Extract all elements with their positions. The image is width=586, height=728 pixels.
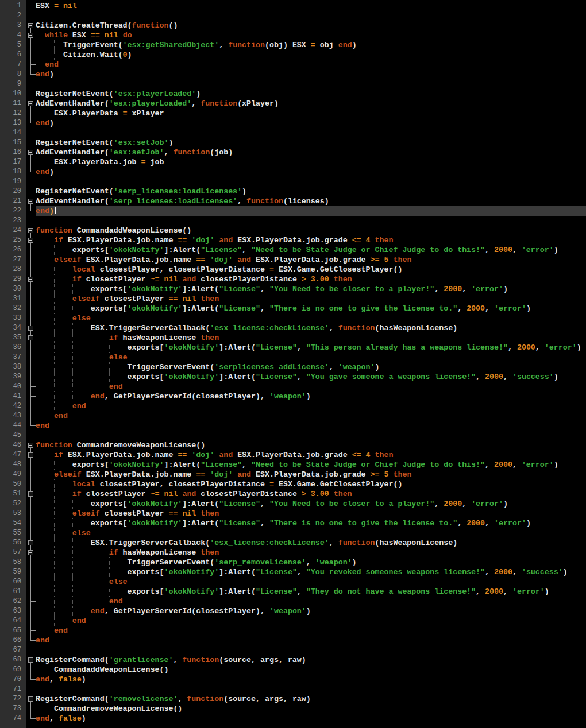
- fold-collapse-icon[interactable]: [28, 550, 33, 555]
- code-text[interactable]: if hasWeaponLicense then: [36, 548, 586, 557]
- line-number[interactable]: 40: [0, 382, 26, 392]
- code-text[interactable]: while ESX == nil do: [36, 30, 586, 40]
- code-line[interactable]: 6 Citizen.Wait(0): [0, 50, 586, 60]
- code-line[interactable]: 40 end: [0, 382, 586, 392]
- code-line[interactable]: 26 exports['okokNotify']:Alert("License"…: [0, 245, 586, 255]
- code-line[interactable]: 49 elseif ESX.PlayerData.job.name == 'do…: [0, 470, 586, 479]
- code-line[interactable]: 48 exports['okokNotify']:Alert("License"…: [0, 460, 586, 470]
- line-number[interactable]: 25: [0, 235, 26, 245]
- code-line[interactable]: 12 ESX.PlayerData = xPlayer: [0, 109, 586, 118]
- line-number[interactable]: 41: [0, 392, 26, 401]
- code-text[interactable]: [36, 128, 586, 138]
- line-number[interactable]: 34: [0, 323, 26, 333]
- line-number[interactable]: 65: [0, 626, 26, 636]
- code-line[interactable]: 65 end: [0, 626, 586, 636]
- code-text[interactable]: end: [36, 626, 586, 636]
- line-number[interactable]: 39: [0, 372, 26, 382]
- code-line[interactable]: 23: [0, 216, 586, 226]
- line-number[interactable]: 45: [0, 431, 26, 440]
- code-text[interactable]: elseif ESX.PlayerData.job.name == 'doj' …: [36, 470, 586, 479]
- code-line[interactable]: 60 else: [0, 577, 586, 587]
- code-line[interactable]: 5 TriggerEvent('esx:getSharedObject', fu…: [0, 40, 586, 50]
- code-text[interactable]: Citizen.CreateThread(function(): [36, 21, 586, 30]
- code-text[interactable]: [36, 177, 586, 187]
- code-line[interactable]: 63 end, GetPlayerServerId(closestPlayer)…: [0, 606, 586, 616]
- line-number[interactable]: 7: [0, 60, 26, 69]
- code-line[interactable]: 14: [0, 128, 586, 138]
- code-text[interactable]: RegisterNetEvent('serp_licenses:loadLice…: [36, 187, 586, 196]
- code-text[interactable]: end): [36, 69, 586, 79]
- line-number[interactable]: 17: [0, 157, 26, 167]
- code-line[interactable]: 35 if hasWeaponLicense then: [0, 333, 586, 343]
- code-line[interactable]: 45: [0, 431, 586, 440]
- line-number[interactable]: 59: [0, 567, 26, 577]
- code-text[interactable]: local closestPlayer, closestPlayerDistan…: [36, 479, 586, 489]
- line-number[interactable]: 62: [0, 597, 26, 606]
- line-number[interactable]: 2: [0, 11, 26, 21]
- code-line[interactable]: 66end: [0, 636, 586, 645]
- line-number[interactable]: 24: [0, 226, 26, 235]
- line-number[interactable]: 13: [0, 118, 26, 128]
- code-text[interactable]: exports['okokNotify']:Alert("License", "…: [36, 304, 586, 313]
- code-line[interactable]: 47 if ESX.PlayerData.job.name == 'doj' a…: [0, 450, 586, 460]
- line-number[interactable]: 57: [0, 548, 26, 557]
- code-line[interactable]: 28 local closestPlayer, closestPlayerDis…: [0, 265, 586, 274]
- code-line[interactable]: 1ESX = nil: [0, 1, 586, 11]
- code-line[interactable]: 36 exports['okokNotify']:Alert("License"…: [0, 343, 586, 353]
- line-number[interactable]: 64: [0, 616, 26, 626]
- line-number[interactable]: 35: [0, 333, 26, 343]
- line-number[interactable]: 38: [0, 362, 26, 372]
- code-text-current-line[interactable]: end): [36, 206, 586, 216]
- line-number[interactable]: 6: [0, 50, 26, 60]
- code-text[interactable]: else: [36, 313, 586, 323]
- code-text[interactable]: elseif closestPlayer == nil then: [36, 294, 586, 304]
- code-line[interactable]: 62 end: [0, 597, 586, 606]
- line-number[interactable]: 26: [0, 245, 26, 255]
- code-line[interactable]: 73 CommandremoveWeaponLicense(): [0, 704, 586, 714]
- line-number[interactable]: 21: [0, 196, 26, 206]
- code-line[interactable]: 18end): [0, 167, 586, 177]
- code-text[interactable]: exports['okokNotify']:Alert("License", "…: [36, 499, 586, 509]
- code-line[interactable]: 25 if ESX.PlayerData.job.name == 'doj' a…: [0, 235, 586, 245]
- fold-collapse-icon[interactable]: [28, 696, 33, 702]
- code-text[interactable]: [36, 216, 586, 226]
- line-number[interactable]: 27: [0, 255, 26, 265]
- line-number[interactable]: 32: [0, 304, 26, 313]
- line-number[interactable]: 11: [0, 99, 26, 109]
- code-text[interactable]: function CommandaddWeaponLicense(): [36, 226, 586, 235]
- code-text[interactable]: else: [36, 577, 586, 587]
- line-number[interactable]: 55: [0, 528, 26, 538]
- line-number[interactable]: 10: [0, 89, 26, 99]
- code-line[interactable]: 38 TriggerServerEvent('serplicenses_addL…: [0, 362, 586, 372]
- code-text[interactable]: end: [36, 60, 586, 69]
- code-line[interactable]: 24function CommandaddWeaponLicense(): [0, 226, 586, 235]
- code-line[interactable]: 16AddEventHandler('esx:setJob', function…: [0, 148, 586, 157]
- line-number[interactable]: 47: [0, 450, 26, 460]
- code-text[interactable]: CommandremoveWeaponLicense(): [36, 704, 586, 714]
- code-line[interactable]: 10RegisterNetEvent('esx:playerLoaded'): [0, 89, 586, 99]
- code-text[interactable]: TriggerServerEvent('serp_removeLicense',…: [36, 557, 586, 567]
- line-number[interactable]: 72: [0, 694, 26, 704]
- code-text[interactable]: end): [36, 118, 586, 128]
- code-line[interactable]: 33 else: [0, 313, 586, 323]
- code-line[interactable]: 32 exports['okokNotify']:Alert("License"…: [0, 304, 586, 313]
- line-number[interactable]: 49: [0, 470, 26, 479]
- code-text[interactable]: elseif ESX.PlayerData.job.name == 'doj' …: [36, 255, 586, 265]
- code-line[interactable]: 31 elseif closestPlayer == nil then: [0, 294, 586, 304]
- code-text[interactable]: exports['okokNotify']:Alert("License", "…: [36, 245, 586, 255]
- code-line[interactable]: 68RegisterCommand('grantlicense', functi…: [0, 655, 586, 665]
- code-text[interactable]: end: [36, 411, 586, 421]
- line-number[interactable]: 14: [0, 128, 26, 138]
- code-line[interactable]: 30 exports['okokNotify']:Alert("License"…: [0, 284, 586, 294]
- code-text[interactable]: end: [36, 597, 586, 606]
- line-number[interactable]: 43: [0, 411, 26, 421]
- code-text[interactable]: if ESX.PlayerData.job.name == 'doj' and …: [36, 235, 586, 245]
- line-number[interactable]: 70: [0, 675, 26, 684]
- line-number[interactable]: 44: [0, 421, 26, 431]
- fold-collapse-icon[interactable]: [28, 23, 33, 28]
- line-number[interactable]: 46: [0, 440, 26, 450]
- line-number[interactable]: 73: [0, 704, 26, 714]
- line-number[interactable]: 54: [0, 518, 26, 528]
- line-number[interactable]: 56: [0, 538, 26, 548]
- line-number[interactable]: 61: [0, 587, 26, 597]
